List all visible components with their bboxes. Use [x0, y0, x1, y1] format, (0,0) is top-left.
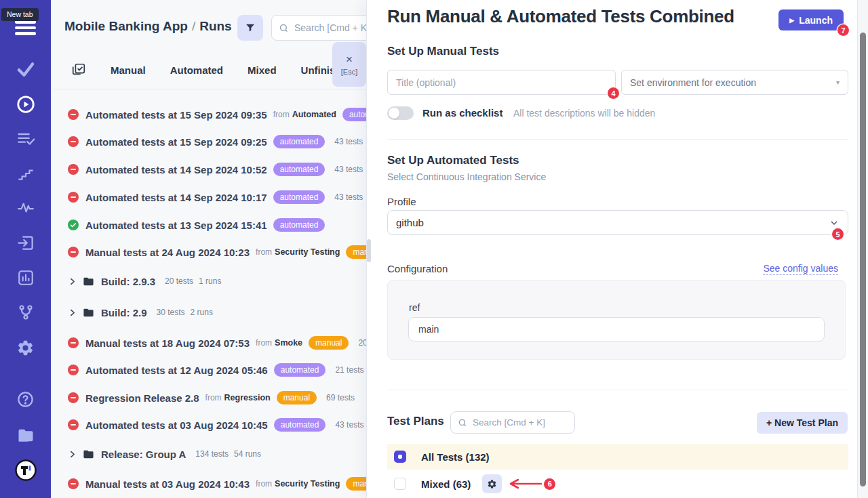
run-source[interactable]: Automated: [292, 110, 336, 119]
plan-settings-button[interactable]: [482, 474, 502, 493]
run-title[interactable]: Automated tests at 15 Sep 2024 09:35: [85, 109, 267, 121]
run-title[interactable]: Manual tests at 03 Aug 2024 10:43: [85, 478, 250, 490]
run-title-input[interactable]: [387, 70, 616, 95]
run-row[interactable]: Automated tests at 03 Aug 2024 10:45auto…: [68, 417, 366, 433]
tab-mixed[interactable]: Mixed: [248, 64, 277, 76]
run-row[interactable]: Manual tests at 03 Aug 2024 10:43fromSec…: [68, 476, 366, 492]
run-tests-count: 43 tests: [334, 165, 363, 174]
folder-icon: [83, 307, 94, 318]
sidebar-item-steps[interactable]: [0, 165, 51, 182]
run-title[interactable]: Automated tests at 13 Sep 2024 15:41: [85, 220, 267, 231]
run-folder-row[interactable]: Build: 2.9.320 tests1 runs: [68, 273, 366, 289]
hamburger-menu-icon[interactable]: [15, 20, 36, 38]
sidebar-item-tests-check[interactable]: [0, 59, 51, 79]
folder-runs-count: 54 runs: [234, 449, 261, 459]
runs-search[interactable]: [271, 15, 366, 41]
close-panel-button[interactable]: × [Esc]: [332, 42, 366, 87]
settings-icon: [16, 339, 35, 357]
sidebar-item-test-plans[interactable]: [0, 129, 51, 148]
run-title[interactable]: Manual tests at 24 Aug 2024 10:23: [85, 247, 250, 258]
run-type-badge: manual: [346, 477, 366, 491]
test-plan-row[interactable]: Mixed (63)6: [387, 471, 848, 497]
see-config-values-link[interactable]: See config values: [763, 263, 838, 275]
test-plans-search-input[interactable]: [473, 417, 568, 428]
run-source[interactable]: Regression: [224, 393, 271, 402]
run-type-badge: manual: [277, 391, 317, 404]
launch-button[interactable]: ▶ Launch: [778, 9, 844, 30]
branches-icon: [17, 304, 35, 321]
sidebar-item-branches[interactable]: [0, 304, 51, 321]
runs-scrollbar-thumb[interactable]: [367, 239, 371, 262]
sidebar-item-settings[interactable]: [0, 339, 51, 357]
plan-checkbox[interactable]: [394, 451, 406, 463]
filter-button[interactable]: [237, 15, 263, 41]
run-source[interactable]: Security Testing: [275, 479, 340, 489]
run-row[interactable]: Automated tests at 13 Sep 2024 15:41auto…: [68, 217, 366, 233]
run-row[interactable]: Regression Release 2.8fromRegressionmanu…: [68, 390, 366, 406]
profile-select[interactable]: github: [387, 210, 848, 235]
run-type-badge: automated: [274, 418, 326, 432]
test-plans-icon: [16, 129, 35, 148]
funnel-icon: [245, 22, 256, 33]
tab-automated[interactable]: Automated: [170, 64, 223, 76]
drawer-title: Run Manual & Automated Tests Combined: [387, 6, 734, 27]
page-scrollbar-thumb[interactable]: [860, 33, 866, 486]
run-source[interactable]: Smoke: [275, 338, 302, 348]
run-source[interactable]: Security Testing: [275, 247, 340, 257]
run-row[interactable]: Automated tests at 15 Sep 2024 09:25auto…: [68, 133, 366, 150]
tab-manual[interactable]: Manual: [111, 64, 146, 76]
environment-select[interactable]: Set environment for execution ▾: [621, 70, 848, 95]
steps-icon: [17, 165, 35, 182]
run-row[interactable]: Automated tests at 14 Sep 2024 10:17auto…: [68, 189, 366, 205]
ref-label: ref: [409, 302, 420, 313]
run-row[interactable]: Automated tests at 12 Aug 2024 05:46auto…: [68, 362, 366, 378]
from-word: from: [273, 110, 290, 119]
gear-icon: [487, 479, 497, 489]
run-title[interactable]: Automated tests at 12 Aug 2024 05:46: [85, 365, 268, 376]
folder-title: Build: 2.9: [101, 307, 147, 318]
page-scrollbar[interactable]: [857, 0, 868, 498]
run-folder-row[interactable]: Release: Group A134 tests54 runs: [68, 446, 366, 462]
run-row[interactable]: Manual tests at 18 Aug 2024 07:53fromSmo…: [68, 335, 366, 351]
annotation-badge-7: 7: [837, 24, 849, 36]
run-tests-count: 21 tests: [335, 365, 363, 375]
select-runs-icon[interactable]: [71, 62, 86, 77]
sidebar-item-logo[interactable]: [0, 459, 51, 482]
failed-status-icon: [68, 337, 79, 348]
sidebar-item-help[interactable]: [0, 390, 51, 409]
chevron-right-icon[interactable]: [68, 450, 77, 459]
run-title[interactable]: Automated tests at 14 Sep 2024 10:17: [85, 192, 267, 203]
run-title[interactable]: Automated tests at 14 Sep 2024 10:52: [85, 164, 267, 175]
run-row[interactable]: Manual tests at 24 Aug 2024 10:23fromSec…: [68, 244, 366, 260]
run-setup-drawer: Run Manual & Automated Tests Combined ▶ …: [366, 0, 868, 498]
run-folder-row[interactable]: Build: 2.930 tests2 runs: [68, 304, 366, 320]
test-plan-row[interactable]: All Tests (132): [387, 444, 848, 470]
breadcrumb-project[interactable]: Mobile Banking App: [64, 19, 188, 33]
run-title[interactable]: Automated tests at 15 Sep 2024 09:25: [85, 136, 267, 148]
chevron-right-icon[interactable]: [68, 308, 77, 317]
runs-search-input[interactable]: [294, 22, 366, 33]
run-type-badge: automated: [273, 190, 326, 204]
sidebar-item-pulse[interactable]: [0, 199, 51, 217]
plan-checkbox[interactable]: [394, 478, 406, 490]
run-title[interactable]: Regression Release 2.8: [85, 392, 199, 404]
run-as-checklist-toggle[interactable]: [387, 106, 414, 120]
sidebar-item-runs-play[interactable]: [0, 94, 51, 115]
chevron-right-icon[interactable]: [68, 277, 77, 286]
run-title[interactable]: Manual tests at 18 Aug 2024 07:53: [85, 337, 250, 349]
sidebar-item-analytics[interactable]: [0, 269, 51, 287]
new-test-plan-button[interactable]: + New Test Plan: [757, 412, 848, 434]
test-plans-search[interactable]: [450, 411, 575, 434]
run-row[interactable]: Automated tests at 14 Sep 2024 10:52auto…: [68, 161, 366, 178]
folder-title: Build: 2.9.3: [101, 276, 155, 287]
failed-status-icon: [68, 365, 79, 375]
import-icon: [16, 234, 35, 252]
run-tests-count: 20 tests: [358, 338, 366, 348]
run-row[interactable]: Automated tests at 15 Sep 2024 09:35from…: [68, 106, 366, 123]
red-arrow-left-icon: [507, 478, 542, 489]
ref-input[interactable]: [408, 317, 825, 341]
run-type-badge: automated: [273, 135, 326, 148]
sidebar-item-import[interactable]: [0, 234, 51, 252]
run-title[interactable]: Automated tests at 03 Aug 2024 10:45: [85, 419, 268, 431]
sidebar-item-projects[interactable]: [0, 426, 51, 444]
